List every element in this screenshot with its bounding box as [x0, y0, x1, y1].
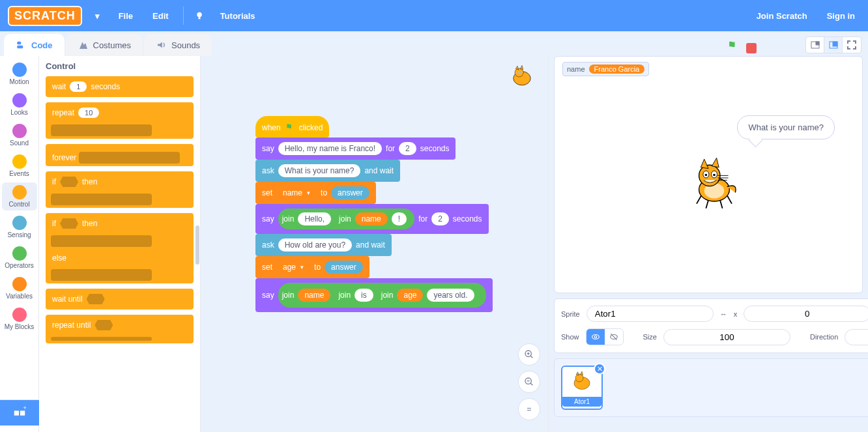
stage-sprite[interactable]	[685, 154, 744, 215]
block-ask-wait[interactable]: ask What is your name? and wait	[255, 160, 400, 182]
cat-control[interactable]: Control	[2, 182, 37, 210]
block-wait-until[interactable]: wait until	[46, 289, 194, 310]
block-input[interactable]: Hello, my name is Franco!	[278, 142, 382, 155]
direction-input[interactable]	[845, 329, 868, 345]
block-repeat[interactable]: repeat 10 ↻	[46, 102, 194, 139]
zoom-out-button[interactable]	[518, 371, 540, 393]
join-operator[interactable]: join name join is join age years old.	[278, 283, 486, 308]
file-menu[interactable]: File	[113, 11, 138, 21]
block-set-var[interactable]: set age to answer	[255, 256, 369, 278]
cat-sound[interactable]: Sound	[2, 121, 37, 149]
block-wait[interactable]: wait 1 seconds	[46, 76, 194, 97]
bool-slot[interactable]	[60, 177, 78, 187]
fullscreen-button[interactable]	[843, 37, 861, 53]
tab-costumes[interactable]: Costumes	[66, 34, 143, 56]
block-input[interactable]: What is your name?	[278, 164, 361, 177]
sprite-list: ✕ Ator1	[554, 358, 868, 417]
stop-icon[interactable]	[746, 43, 757, 53]
cat-sensing[interactable]: Sensing	[2, 213, 37, 241]
tutorials-button[interactable]: Tutorials	[215, 11, 261, 21]
join-operator[interactable]: join age years old.	[377, 287, 478, 304]
block-say-for[interactable]: say Hello, my name is Franco! for 2 seco…	[255, 137, 456, 160]
svg-point-19	[521, 72, 521, 72]
var-dropdown[interactable]: name	[276, 186, 317, 199]
var-reporter[interactable]: name	[298, 289, 330, 302]
join-operator[interactable]: join is join age years old.	[334, 285, 482, 306]
size-input[interactable]	[663, 329, 790, 345]
sprite-name-input[interactable]	[586, 306, 714, 322]
answer-reporter[interactable]: answer	[331, 186, 369, 199]
block-input[interactable]: years old.	[427, 289, 474, 302]
svg-point-30	[713, 174, 716, 177]
block-if-else[interactable]: if then else	[46, 213, 194, 283]
block-input[interactable]: 2	[399, 142, 416, 155]
block-label: if	[52, 219, 56, 228]
block-input[interactable]: !	[392, 212, 407, 225]
var-reporter[interactable]: age	[397, 289, 423, 302]
block-if-then[interactable]: if then	[46, 171, 194, 208]
loop-arrow-icon: ↻	[187, 419, 194, 428]
svg-point-32	[594, 336, 597, 338]
block-repeat-until[interactable]: repeat until	[46, 315, 194, 343]
svg-point-18	[517, 72, 518, 72]
x-input[interactable]	[744, 306, 868, 322]
svg-marker-14	[515, 66, 518, 70]
delete-sprite-icon[interactable]: ✕	[594, 363, 605, 375]
join-operator[interactable]: join Hello, join name !	[278, 209, 414, 229]
bool-slot[interactable]	[60, 218, 78, 229]
cat-motion-label: Motion	[9, 78, 29, 85]
bool-slot[interactable]	[87, 294, 105, 304]
cat-myblocks[interactable]: My Blocks	[2, 305, 37, 333]
block-forever[interactable]: forever ↻	[46, 144, 194, 166]
right-column: name Franco Garcia What is your name?	[549, 56, 868, 432]
add-extension-button[interactable]: +	[0, 399, 39, 425]
hide-button[interactable]	[605, 329, 623, 345]
green-flag-icon[interactable]	[727, 40, 740, 56]
svg-point-1	[197, 12, 202, 18]
block-input[interactable]: How old are you?	[278, 238, 352, 252]
var-reporter[interactable]: name	[355, 212, 388, 225]
block-input[interactable]: 10	[78, 108, 99, 118]
cat-operators[interactable]: Operators	[2, 244, 37, 272]
block-input[interactable]: is	[354, 289, 373, 302]
block-when-flag-clicked[interactable]: when clicked	[255, 116, 329, 137]
block-input[interactable]: 1	[70, 81, 87, 92]
join-operator[interactable]: join name !	[335, 210, 411, 227]
join-scratch[interactable]: Join Scratch	[751, 11, 813, 21]
small-stage-button[interactable]	[806, 37, 824, 53]
info-panels: Sprite ↔ x ↕ y Show	[554, 298, 863, 417]
scratch-logo[interactable]: SCRATCH	[8, 6, 82, 26]
language-menu[interactable]: ▾	[91, 9, 104, 22]
var-dropdown[interactable]: age	[276, 261, 310, 274]
zoom-in-button[interactable]	[518, 343, 540, 366]
cat-variables[interactable]: Variables	[2, 274, 37, 302]
block-input[interactable]: 2	[431, 212, 449, 225]
variable-monitor[interactable]: name Franco Garcia	[562, 62, 649, 76]
answer-reporter[interactable]: answer	[325, 261, 363, 274]
palette-scrollbar[interactable]	[195, 225, 199, 265]
tab-costumes-label: Costumes	[93, 40, 132, 50]
block-say-join[interactable]: say join name join is join age years old…	[255, 278, 493, 312]
zoom-reset-button[interactable]: =	[518, 398, 540, 420]
edit-menu[interactable]: Edit	[147, 11, 174, 21]
bool-slot[interactable]	[94, 320, 113, 330]
script-stack[interactable]: when clicked say Hello, my name is Franc…	[255, 116, 493, 312]
blocks-palette[interactable]: Control wait 1 seconds repeat 10 ↻ forev…	[39, 56, 201, 432]
svg-marker-15	[520, 65, 523, 69]
cat-motion[interactable]: Motion	[2, 60, 37, 88]
show-button[interactable]	[586, 329, 605, 345]
sprite-card[interactable]: ✕ Ator1	[561, 366, 603, 410]
cat-looks[interactable]: Looks	[2, 91, 37, 119]
large-stage-button[interactable]	[824, 37, 843, 53]
block-ask-wait[interactable]: ask How old are you? and wait	[255, 234, 392, 256]
block-say-join-for[interactable]: say join Hello, join name ! for 2 second…	[255, 204, 489, 234]
block-label: and wait	[364, 166, 394, 175]
sign-in[interactable]: Sign in	[822, 11, 860, 21]
tab-sounds[interactable]: Sounds	[144, 34, 212, 56]
stage[interactable]: name Franco Garcia What is your name?	[554, 56, 863, 293]
script-workspace[interactable]: when clicked say Hello, my name is Franc…	[201, 56, 549, 432]
block-input[interactable]: Hello,	[298, 212, 331, 225]
tab-code[interactable]: Code	[4, 34, 65, 56]
block-set-var[interactable]: set name to answer	[255, 182, 376, 204]
cat-events[interactable]: Events	[2, 152, 37, 180]
